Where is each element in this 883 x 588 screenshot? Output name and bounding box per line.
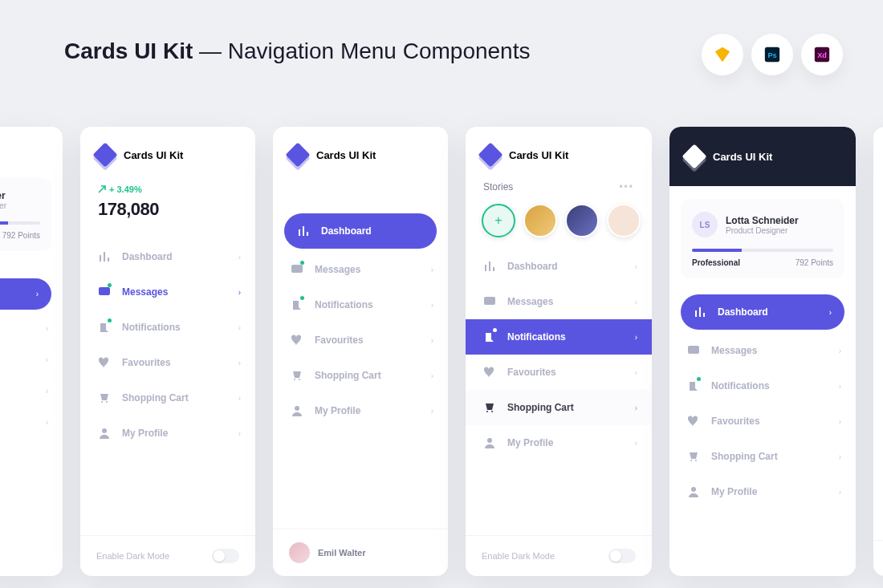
notification-dot-icon — [697, 377, 701, 381]
menu-favourites[interactable]: Favourites› — [669, 403, 856, 439]
points-label: 792 Points — [2, 231, 40, 240]
brand-name: Cards UI Kit — [713, 151, 772, 163]
logo-icon — [92, 142, 117, 167]
stat-change: + 3.49% — [98, 185, 238, 194]
menu-profile[interactable]: My Profile› — [466, 425, 652, 460]
logo-icon — [478, 142, 503, 167]
svg-text:Xd: Xd — [817, 51, 827, 59]
menu-messages[interactable]: Mes — [873, 274, 883, 310]
heart-icon — [291, 334, 303, 347]
dark-mode-toggle-row: Enable Dark Mode — [466, 535, 652, 576]
menu-profile[interactable]: My Profile› — [273, 393, 448, 428]
page-title: Cards UI Kit — Navigation Menu Component… — [64, 39, 530, 64]
dark-mode-label: Enable Dark Mode — [482, 551, 555, 561]
menu-profile[interactable]: My Profile› — [80, 416, 255, 451]
bar-chart-icon — [694, 306, 706, 318]
svg-rect-7 — [291, 265, 303, 273]
menu-item[interactable]: › — [0, 313, 63, 344]
nav-card-4: Cards UI Kit LS Lotta Schneider Product … — [669, 127, 856, 576]
notification-dot-icon — [108, 283, 112, 287]
notification-dot-icon — [108, 318, 112, 322]
user-icon — [483, 436, 496, 449]
menu-notifications[interactable]: Notifications› — [669, 368, 856, 403]
sketch-icon — [702, 34, 743, 75]
card-header: Kit — [0, 127, 63, 172]
logo-icon — [682, 144, 706, 168]
story-avatar[interactable] — [523, 204, 557, 237]
menu-cart[interactable]: Shop — [873, 380, 883, 416]
dark-mode-toggle[interactable] — [212, 549, 239, 563]
card-header: Cards UI Kit — [80, 127, 255, 178]
svg-rect-11 — [688, 346, 699, 354]
story-avatar[interactable] — [565, 204, 599, 237]
nav-card-3: Cards UI Kit Stories ••• + Dashboard› Me… — [466, 127, 652, 576]
footer-user[interactable]: Emil Walter — [273, 529, 448, 576]
nav-card-partial-left: Kit der gner 792 Points › › › › › — [0, 127, 63, 576]
svg-marker-0 — [715, 47, 730, 62]
dark-mode-toggle-row: Enable Dark Mode — [80, 535, 255, 576]
menu-notifications[interactable]: Notifications› — [466, 319, 652, 355]
cart-icon — [483, 401, 496, 414]
heart-icon — [483, 366, 496, 379]
menu-cart[interactable]: Shopping Cart› — [466, 390, 652, 425]
menu-cart[interactable]: Shopping Cart› — [273, 358, 448, 393]
menu-profile[interactable]: My Profile› — [669, 474, 856, 509]
notification-dot-icon — [300, 296, 304, 300]
svg-point-6 — [102, 428, 107, 433]
avatar: LS — [692, 212, 718, 237]
menu-item[interactable]: › — [0, 344, 63, 375]
profile-name: der — [0, 190, 6, 201]
card-header: Cards UI Kit — [273, 127, 448, 178]
level-label: Professional — [692, 258, 740, 267]
footer-user-name: Emil Walter — [318, 548, 366, 558]
tool-badges: Ps Xd — [702, 34, 843, 75]
add-story-button[interactable]: + — [482, 204, 515, 237]
stories-row: + — [466, 193, 652, 244]
chat-icon — [291, 263, 303, 276]
svg-text:Ps: Ps — [767, 51, 776, 59]
menu-dashboard[interactable]: Dashboard — [284, 213, 437, 249]
menu-messages[interactable]: Messages› — [80, 274, 255, 310]
chat-icon — [687, 344, 700, 357]
bar-chart-icon — [98, 250, 111, 263]
profile-role: Product Designer — [726, 226, 799, 235]
story-avatar[interactable] — [607, 204, 641, 237]
menu-dashboard[interactable]: Dast — [873, 239, 883, 274]
menu-favourites[interactable]: Favourites› — [466, 355, 652, 390]
menu-messages[interactable]: Messages› — [466, 284, 652, 319]
brand-name: Cards UI Kit — [316, 149, 376, 161]
svg-point-8 — [295, 406, 299, 411]
menu-notifications[interactable]: Notifications› — [273, 287, 448, 322]
stories-header: Stories ••• — [466, 181, 652, 193]
cart-icon — [98, 391, 111, 404]
menu-messages[interactable]: Messages› — [669, 333, 856, 368]
progress-bar — [692, 249, 833, 252]
menu-dashboard[interactable]: Dashboard› — [681, 294, 844, 330]
stories-label: Stories — [483, 181, 513, 193]
menu-cart[interactable]: Shopping Cart› — [80, 380, 255, 416]
menu-messages[interactable]: Messages› — [273, 252, 448, 287]
menu-dashboard[interactable]: Dashboard› — [80, 239, 255, 274]
bell-icon — [483, 330, 496, 343]
bell-icon — [291, 298, 303, 311]
more-icon[interactable]: ••• — [619, 181, 634, 193]
menu-notifications[interactable]: Noti — [873, 310, 883, 345]
menu-item[interactable]: › — [0, 375, 63, 407]
card-header: Ca — [873, 127, 883, 178]
menu-item-active[interactable]: › — [0, 278, 51, 310]
menu-notifications[interactable]: Notifications› — [80, 310, 255, 345]
chat-icon — [98, 286, 111, 298]
menu-favourites[interactable]: Favourites› — [80, 345, 255, 380]
menu: › › › › › — [0, 275, 63, 438]
menu-favourites[interactable]: Favourites› — [273, 322, 448, 358]
menu-dashboard[interactable]: Dashboard› — [466, 249, 652, 284]
dark-mode-toggle-row: Enable Dark — [873, 540, 883, 576]
card-header-dark: Cards UI Kit — [669, 127, 856, 186]
svg-rect-9 — [484, 297, 495, 305]
stat-block: + 3.49% 178,080 — [80, 178, 255, 228]
menu-item[interactable]: › — [0, 407, 63, 438]
dark-mode-toggle[interactable] — [608, 549, 636, 563]
menu-favourites[interactable]: Favo — [873, 345, 883, 380]
menu-cart[interactable]: Shopping Cart› — [669, 439, 856, 474]
avatar — [289, 542, 310, 563]
